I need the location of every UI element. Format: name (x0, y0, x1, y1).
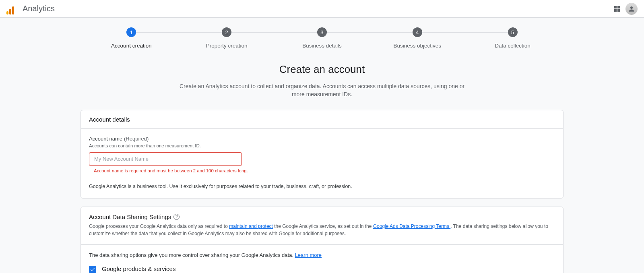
step-business-objectives[interactable]: 4 Business objectives (369, 27, 465, 49)
card-body: Account name (Required) Accounts can con… (81, 129, 563, 198)
option-google-products: Google products & services If you have e… (89, 265, 555, 273)
check-icon (90, 267, 95, 272)
account-name-error: Account name is required and must be bet… (94, 168, 555, 173)
step-label: Account creation (111, 43, 152, 49)
step-number: 4 (413, 27, 422, 37)
google-apps-icon[interactable] (614, 6, 620, 12)
header-left: Analytics (6, 3, 55, 14)
text-fragment: Google processes your Google Analytics d… (89, 223, 229, 229)
svg-point-0 (630, 6, 633, 9)
step-label: Data collection (495, 43, 530, 49)
required-indicator: (Required) (124, 136, 149, 142)
step-label: Property creation (206, 43, 248, 49)
data-sharing-title-row: Account Data Sharing Settings ? (89, 213, 555, 220)
divider (81, 244, 563, 245)
app-title: Analytics (23, 4, 55, 13)
data-sharing-description: Google processes your Google Analytics d… (89, 223, 555, 237)
learn-more-link[interactable]: Learn more (295, 252, 322, 258)
step-number: 1 (126, 27, 136, 37)
account-name-label-row: Account name (Required) (89, 135, 555, 142)
header-right (614, 3, 638, 15)
data-sharing-body-text: The data sharing options give you more c… (89, 252, 555, 258)
page-title: Create an account (0, 63, 644, 76)
account-details-card: Account details Account name (Required) … (80, 110, 564, 199)
app-header: Analytics (0, 0, 644, 18)
card-header: Account details (81, 110, 563, 129)
page-subtitle: Create an Analytics account to collect a… (177, 82, 467, 99)
maintain-and-protect-link[interactable]: maintain and protect (229, 223, 273, 229)
data-sharing-card: Account Data Sharing Settings ? Google p… (80, 207, 564, 273)
user-avatar[interactable] (625, 3, 638, 15)
step-label: Business details (302, 43, 342, 49)
google-products-checkbox[interactable] (89, 266, 96, 273)
setup-stepper: 1 Account creation 2 Property creation 3… (80, 27, 564, 49)
page-content: 1 Account creation 2 Property creation 3… (0, 18, 644, 273)
account-name-label: Account name (89, 136, 122, 142)
option-title: Google products & services (102, 265, 555, 272)
text-fragment: the Google Analytics service, as set out… (273, 223, 373, 229)
step-business-details[interactable]: 3 Business details (275, 27, 370, 49)
option-text: Google products & services If you have e… (102, 265, 555, 273)
step-account-creation[interactable]: 1 Account creation (84, 27, 179, 49)
step-number: 3 (317, 27, 327, 37)
analytics-logo-icon (6, 3, 18, 14)
step-number: 2 (222, 27, 231, 37)
account-name-input[interactable] (89, 152, 242, 166)
account-details-note: Google Analytics is a business tool. Use… (89, 184, 555, 189)
account-name-help: Accounts can contain more than one measu… (89, 143, 555, 148)
step-number: 5 (508, 27, 518, 37)
card-body: Account Data Sharing Settings ? Google p… (81, 207, 563, 273)
step-property-creation[interactable]: 2 Property creation (179, 27, 275, 49)
step-data-collection[interactable]: 5 Data collection (465, 27, 560, 49)
step-label: Business objectives (394, 43, 442, 49)
data-sharing-title: Account Data Sharing Settings (89, 213, 171, 220)
help-icon[interactable]: ? (173, 214, 180, 220)
data-processing-terms-link[interactable]: Google Ads Data Processing Terms (373, 223, 451, 229)
text-fragment: The data sharing options give you more c… (89, 252, 295, 258)
